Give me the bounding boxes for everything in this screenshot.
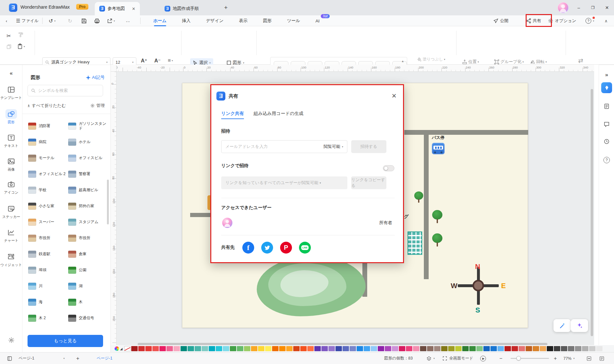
menu-tab[interactable]: ホーム <box>146 15 174 26</box>
color-swatch[interactable] <box>533 346 539 351</box>
fit-width-icon[interactable] <box>599 352 604 364</box>
group-button[interactable]: グループ化▾ <box>494 59 524 65</box>
page-select[interactable]: ページ-1 <box>19 352 34 364</box>
link-invite-toggle[interactable] <box>383 165 394 171</box>
color-swatch[interactable] <box>455 346 462 351</box>
color-swatch[interactable] <box>476 346 483 351</box>
help-panel-icon[interactable]: ? <box>601 155 612 166</box>
close-button[interactable]: ✕ <box>600 0 614 15</box>
more-commands-icon[interactable]: ⌄⌄ <box>125 15 130 26</box>
settings-gear-icon[interactable] <box>0 337 22 343</box>
collapse-all-button[interactable]: ∧∧ すべて折りたたむ <box>28 103 66 109</box>
color-swatch[interactable] <box>300 346 307 351</box>
email-input[interactable]: メールアドレスを入力 閲覧可能▾ <box>221 140 347 153</box>
add-page-button[interactable]: + <box>76 352 79 364</box>
help-button[interactable]: ? ▾ <box>586 15 594 26</box>
shape-item[interactable]: 警察署 <box>67 166 107 182</box>
sidebar-item-iconcam[interactable]: アイコン <box>0 180 22 195</box>
color-swatch[interactable] <box>272 346 279 351</box>
zoom-out-button[interactable]: − <box>499 352 502 364</box>
color-swatch[interactable] <box>519 346 525 351</box>
tab-embed-code[interactable]: 組み込み用コードの生成 <box>254 111 303 117</box>
zoom-slider[interactable] <box>511 358 549 359</box>
shape-item[interactable]: 市役所 <box>67 230 107 246</box>
menu-tab[interactable]: デザイン <box>198 15 231 26</box>
collapse-ribbon-icon[interactable]: ∧ <box>604 15 608 26</box>
notes-panel-icon[interactable] <box>601 101 612 112</box>
color-swatch[interactable] <box>265 346 271 351</box>
color-swatch[interactable] <box>512 346 518 351</box>
color-swatch[interactable] <box>575 346 581 351</box>
color-swatch[interactable] <box>293 346 300 351</box>
color-wheel-icon[interactable] <box>115 346 119 351</box>
back-button[interactable]: ‹ <box>6 15 7 26</box>
sidebar-item-template[interactable]: テンプレート <box>0 85 22 100</box>
facebook-icon[interactable]: f <box>242 242 254 254</box>
save-button[interactable] <box>81 15 87 26</box>
shape-item[interactable]: 郊外の家 <box>67 198 107 214</box>
color-picker-icon[interactable]: ◢ <box>120 347 123 351</box>
color-swatch[interactable] <box>378 346 384 351</box>
color-swatch[interactable] <box>554 346 560 351</box>
menu-tab[interactable]: 表示 <box>231 15 255 26</box>
bus-stop-icon[interactable] <box>432 143 445 154</box>
doc-tab-active[interactable]: Ǝ 参考地図 ✕ <box>95 2 140 15</box>
color-swatch[interactable] <box>314 346 321 351</box>
ai-draw-button[interactable] <box>553 319 571 332</box>
fullscreen-icon[interactable]: 全画面モード <box>442 352 473 364</box>
color-swatch[interactable] <box>230 346 236 351</box>
shape-item[interactable]: 鉄道駅 <box>27 246 67 262</box>
shape-item[interactable]: 木 <box>67 294 107 310</box>
page-tab[interactable]: ページ-1 <box>97 352 112 364</box>
color-swatch[interactable] <box>385 346 391 351</box>
share-button[interactable]: 共有 <box>526 15 541 26</box>
vertical-scrollbar[interactable] <box>590 72 594 344</box>
format-painter-icon[interactable] <box>18 32 23 37</box>
cut-icon[interactable]: ✂ <box>6 33 11 39</box>
replace-shape-icon[interactable]: ⇄ <box>578 57 583 64</box>
history-panel-icon[interactable] <box>601 136 612 147</box>
undo-button[interactable]: ↺▾ <box>49 15 55 26</box>
color-swatch[interactable] <box>596 346 602 351</box>
zoom-level[interactable]: 77%▾ <box>563 352 575 364</box>
color-swatch[interactable] <box>483 346 490 351</box>
shape-item[interactable]: 倉庫 <box>67 246 107 262</box>
panel-scrollbar[interactable] <box>107 180 109 224</box>
bus-stop-label[interactable]: バス停 <box>432 135 445 141</box>
decrease-font-icon[interactable]: A⁻ <box>154 58 161 64</box>
color-swatch[interactable] <box>279 346 286 351</box>
shape-item[interactable]: オフィスビル 2 <box>27 166 67 182</box>
color-swatch[interactable] <box>497 346 504 351</box>
shape-item[interactable]: モーテル <box>27 150 67 166</box>
shape-item[interactable]: 学校 <box>27 182 67 198</box>
zoom-in-button[interactable]: + <box>554 352 557 364</box>
color-swatch[interactable] <box>392 346 398 351</box>
tab-close-icon[interactable]: ✕ <box>132 6 135 11</box>
see-more-button[interactable]: もっと見る <box>28 335 103 347</box>
tab-link-share[interactable]: リンク共有 <box>221 111 244 119</box>
shape-item[interactable]: ホテル <box>67 134 107 150</box>
shape-item[interactable]: スタジアム <box>67 214 107 230</box>
format-panel-icon[interactable] <box>601 82 612 93</box>
menu-tab[interactable]: ツール <box>279 15 308 26</box>
dialog-close-icon[interactable]: ✕ <box>392 92 397 100</box>
sidebar-item-widget[interactable]: ウィジェット <box>0 252 22 267</box>
shape-item[interactable]: 消防署 <box>27 118 67 134</box>
shape-item[interactable]: 小さな家 <box>27 198 67 214</box>
map-road[interactable] <box>424 130 429 279</box>
color-swatch[interactable] <box>427 346 433 351</box>
fit-page-icon[interactable] <box>586 352 592 364</box>
menu-tab[interactable]: AIhot <box>308 15 327 26</box>
page-select-caret[interactable]: ▾ <box>63 352 65 364</box>
shape-item[interactable]: 病院 <box>27 134 67 150</box>
color-swatch[interactable] <box>195 346 201 351</box>
color-swatch[interactable] <box>258 346 264 351</box>
doc-tab-inactive[interactable]: Ǝ 地図作成手順 <box>160 2 203 15</box>
permission-select[interactable]: 閲覧可能▾ <box>324 144 343 150</box>
color-swatch[interactable] <box>159 346 166 351</box>
color-swatch[interactable] <box>399 346 405 351</box>
shape-item[interactable]: 市役所 <box>27 230 67 246</box>
color-swatch[interactable] <box>124 346 131 351</box>
color-swatch[interactable] <box>526 346 532 351</box>
sidebar-item-shapes[interactable]: 図形 <box>0 109 22 125</box>
